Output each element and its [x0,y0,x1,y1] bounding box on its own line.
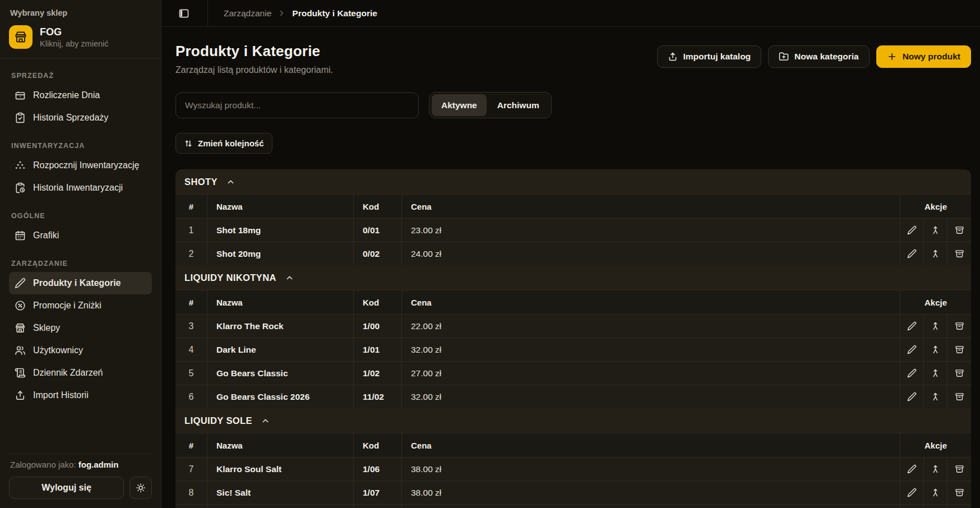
table-body: 3 Klarro The Rock 1/00 22.00 zł 4 Dark L… [175,314,971,408]
edit-product-button[interactable] [904,246,921,262]
merge-product-button[interactable] [927,461,944,478]
column-header-: # [175,290,207,314]
cell-code: 1/06 [354,458,402,481]
collapse-category-button[interactable] [224,175,238,188]
cell-action [924,362,947,385]
button-label: Nowy produkt [903,52,960,62]
chevron-right-icon [278,9,286,17]
cell-action [900,338,924,361]
selected-store-label: Wybrany sklep [10,8,152,17]
importuj-katalog-button[interactable]: Importuj katalog [657,45,762,68]
sidebar-item-label: Rozliczenie Dnia [33,90,100,100]
cell-number: 5 [175,362,207,385]
archive-icon [955,392,964,401]
nowa-kategoria-button[interactable]: Nowa kategoria [768,45,870,68]
archive-icon [955,464,964,474]
nowy-produkt-button[interactable]: Nowy produkt [876,45,971,68]
nav-section-label: INWENTARYZACJA [11,142,152,150]
merge-product-button[interactable] [927,389,944,405]
archive-icon [955,321,964,331]
tab-archiwum[interactable]: Archiwum [488,94,549,116]
merge-arrow-icon [931,392,940,401]
edit-product-button[interactable] [904,484,921,501]
cell-name: Go Bears Classic 2026 [207,385,354,408]
sidebar-item-dziennik-zdarzen[interactable]: Dziennik Zdarzeń [9,362,152,384]
cell-price: 22.00 zł [402,315,900,338]
cell-action [900,362,924,385]
topbar: Zarządzanie Produkty i Kategorie [161,0,980,27]
nav-section: OGÓLNE Grafiki [9,212,152,247]
cell-action [900,219,924,242]
merge-product-button[interactable] [927,484,944,501]
cell-action [947,458,971,481]
pencil-icon [907,488,917,497]
merge-product-button[interactable] [927,365,944,382]
sidebar-item-historia-inwentaryzacji[interactable]: Historia Inwentaryzacji [9,177,152,199]
product-row: 2 Shot 20mg 0/02 24.00 zł [175,242,971,265]
archive-product-button[interactable] [951,365,968,382]
edit-product-button[interactable] [904,341,921,358]
archive-product-button[interactable] [951,484,968,501]
column-header-akcje: Akcje [900,433,971,457]
sidebar-item-rozpocznij-inwentaryzacje[interactable]: Rozpocznij Inwentaryzację [9,154,152,177]
category-title: LIQUIDY SOLE [184,415,252,426]
collapse-category-button[interactable] [283,271,297,284]
pencil-icon [907,321,917,331]
search-input[interactable] [175,93,419,118]
cell-action [947,219,971,242]
cell-action [947,362,971,385]
merge-product-button[interactable] [927,222,944,239]
category-title: LIQUIDY NIKOTYNA [184,273,276,283]
sidebar-item-grafiki[interactable]: Grafiki [9,224,152,247]
reorder-button[interactable]: Zmień kolejność [175,133,272,154]
column-header-nazwa: Nazwa [207,290,354,314]
archive-product-button[interactable] [951,461,968,478]
archive-product-button[interactable] [951,318,968,335]
cell-price: 27.00 zł [402,362,900,385]
product-row: 5 Go Bears Classic 1/02 27.00 zł [175,361,971,385]
pencil-icon [907,249,917,258]
merge-product-button[interactable] [927,341,944,358]
archive-product-button[interactable] [951,341,968,358]
sidebar-item-rozliczenie-dnia[interactable]: Rozliczenie Dnia [9,84,152,107]
merge-product-button[interactable] [927,318,944,335]
sidebar-item-sklepy[interactable]: Sklepy [9,317,152,339]
logout-button[interactable]: Wyloguj się [9,477,124,499]
sidebar-item-promocje-i-znizki[interactable]: Promocje i Zniżki [9,294,152,317]
sidebar-item-produkty-i-kategorie[interactable]: Produkty i Kategorie [9,272,152,294]
breadcrumb-parent[interactable]: Zarządzanie [224,8,271,19]
category-section-liquidy-nikotyna: LIQUIDY NIKOTYNA #NazwaKodCenaAkcje 3 Kl… [175,265,971,408]
sidebar-item-import-historii[interactable]: Import Historii [9,384,152,407]
archive-product-button[interactable] [951,246,968,262]
table-header-row: #NazwaKodCenaAkcje [175,433,971,457]
store-icon [9,25,33,49]
tab-aktywne[interactable]: Aktywne [432,94,487,116]
button-label: Nowa kategoria [794,52,859,62]
cell-price: 24.00 zł [402,242,900,265]
archive-product-button[interactable] [951,389,968,405]
reorder-label: Zmień kolejność [198,138,264,148]
cell-name: Dark Line [207,338,354,361]
collapse-category-button[interactable] [259,414,272,427]
edit-product-button[interactable] [904,389,921,405]
sidebar-item-uzytkownicy[interactable]: Użytkownicy [9,339,152,362]
cell-code: 1/08 [354,505,402,508]
edit-product-button[interactable] [904,365,921,382]
column-header-akcje: Akcje [900,290,971,314]
product-row: 4 Dark Line 1/01 32.00 zł [175,338,971,361]
store-name: FOG [40,26,109,38]
archive-product-button[interactable] [951,222,968,239]
nav-section-items: Produkty i Kategorie Promocje i Zniżki S… [9,272,152,407]
calendar-icon [15,230,26,241]
sidebar-item-label: Rozpocznij Inwentaryzację [33,160,139,170]
merge-product-button[interactable] [927,246,944,262]
sidebar-toggle-button[interactable] [175,4,193,22]
edit-product-button[interactable] [904,222,921,239]
column-header-akcje: Akcje [900,195,971,218]
edit-product-button[interactable] [904,461,921,478]
store-switcher[interactable]: FOG Kliknij, aby zmienić [9,25,152,49]
sidebar-item-historia-sprzedazy[interactable]: Historia Sprzedaży [9,107,152,129]
theme-toggle-button[interactable] [130,477,152,499]
cell-name: Shot 20mg [207,242,354,265]
edit-product-button[interactable] [904,318,921,335]
